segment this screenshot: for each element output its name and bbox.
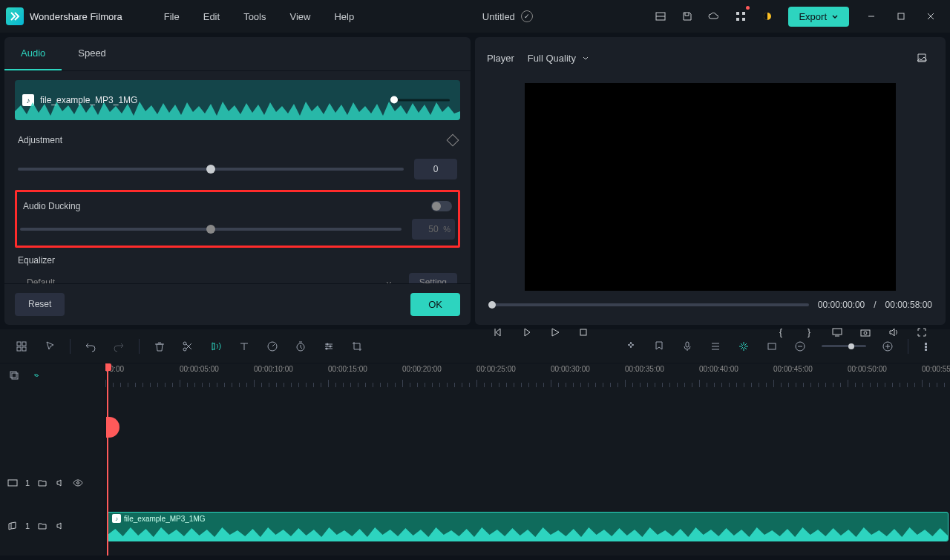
theme-icon[interactable] xyxy=(756,4,779,28)
percent-unit: % xyxy=(443,225,451,234)
svg-rect-15 xyxy=(22,342,26,346)
playhead[interactable] xyxy=(107,363,108,556)
audio-ducking-section: Audio Ducking 50 % xyxy=(15,190,460,248)
video-preview[interactable] xyxy=(525,83,896,291)
clip-waveform-icon xyxy=(108,524,948,541)
clip-name: file_example_MP3_1MG xyxy=(124,515,206,523)
pitch-slider[interactable] xyxy=(18,168,404,171)
svg-point-24 xyxy=(326,347,328,349)
audio-clip-preview[interactable]: ♪ file_example_MP3_1MG xyxy=(15,80,460,120)
close-button[interactable] xyxy=(917,4,944,28)
export-button[interactable]: Export xyxy=(788,7,849,27)
document-title-text: Untitled xyxy=(482,11,515,22)
svg-rect-14 xyxy=(17,342,21,346)
app-logo xyxy=(6,7,24,25)
audio-ducking-label: Audio Ducking xyxy=(23,201,80,211)
audio-track-row[interactable]: ♪ file_example_MP3_1MG xyxy=(105,504,950,547)
timeline-tracks[interactable]: 00:0000:00:05:0000:00:10:0000:00:15:0000… xyxy=(105,363,950,556)
delete-icon[interactable] xyxy=(148,335,171,358)
equalizer-preset-select[interactable]: Default xyxy=(18,271,402,283)
snapshot-icon[interactable] xyxy=(910,46,934,70)
audio-track-header: 1 xyxy=(0,504,105,547)
layout-icon[interactable] xyxy=(649,4,672,28)
redo-icon[interactable] xyxy=(108,335,130,358)
video-track-row[interactable] xyxy=(105,461,950,504)
marker-sparkle-icon[interactable] xyxy=(620,335,642,358)
mic-icon[interactable] xyxy=(676,335,698,358)
copy-tracks-icon[interactable] xyxy=(7,369,21,382)
audio-track-icon xyxy=(7,521,18,531)
audio-edit-icon[interactable] xyxy=(205,335,227,358)
mixer-icon[interactable] xyxy=(704,335,727,358)
text-icon[interactable] xyxy=(233,335,255,358)
frame-icon[interactable] xyxy=(761,335,783,358)
reset-button[interactable]: Reset xyxy=(15,293,65,316)
pitch-slider-row: 0 xyxy=(15,151,460,187)
render-icon[interactable] xyxy=(733,335,755,358)
svg-rect-4 xyxy=(736,18,739,21)
mute-icon[interactable] xyxy=(55,521,65,531)
preview-area xyxy=(475,79,946,295)
undo-icon[interactable] xyxy=(79,335,102,358)
quality-value: Full Quality xyxy=(528,53,576,64)
clip-volume-slider[interactable] xyxy=(390,99,450,102)
zoom-slider[interactable] xyxy=(822,345,866,347)
folder-icon[interactable] xyxy=(37,478,48,488)
grid-icon[interactable] xyxy=(10,335,33,358)
track-headers: 1 1 xyxy=(0,363,105,556)
zoom-in-icon[interactable] xyxy=(877,335,899,358)
crop-icon[interactable] xyxy=(346,335,368,358)
time-total: 00:00:58:00 xyxy=(885,300,932,310)
timer-icon[interactable] xyxy=(289,335,312,358)
scrub-bar[interactable] xyxy=(488,303,809,306)
timeline-ruler[interactable]: 00:0000:00:05:0000:00:10:0000:00:15:0000… xyxy=(105,363,950,387)
minimize-button[interactable] xyxy=(858,4,885,28)
folder-icon[interactable] xyxy=(37,521,48,531)
svg-rect-32 xyxy=(925,349,927,351)
zoom-out-icon[interactable] xyxy=(789,335,811,358)
audio-ducking-value: 50 % xyxy=(412,219,455,240)
titlebar: Wondershare Filmora File Edit Tools View… xyxy=(0,0,950,33)
keyframe-diamond-icon[interactable] xyxy=(447,134,459,147)
svg-point-22 xyxy=(327,343,329,345)
menu-file[interactable]: File xyxy=(152,11,191,22)
audio-ducking-toggle[interactable] xyxy=(431,201,452,211)
svg-rect-33 xyxy=(10,372,16,378)
adjust-icon[interactable] xyxy=(318,335,340,358)
svg-point-18 xyxy=(183,342,186,345)
apps-icon[interactable] xyxy=(729,4,753,28)
cloud-icon[interactable] xyxy=(702,4,726,28)
menu-help[interactable]: Help xyxy=(322,11,366,22)
menu-edit[interactable]: Edit xyxy=(191,11,232,22)
split-icon[interactable] xyxy=(177,335,199,358)
menu-tools[interactable]: Tools xyxy=(232,11,278,22)
ok-button[interactable]: OK xyxy=(410,293,460,316)
audio-panel: Audio Speed ♪ file_example_MP3_1MG Adjus… xyxy=(4,37,471,325)
maximize-button[interactable] xyxy=(888,4,914,28)
equalizer-setting-button[interactable]: Setting xyxy=(409,273,457,283)
tab-audio[interactable]: Audio xyxy=(4,37,62,70)
pitch-value[interactable]: 0 xyxy=(414,159,457,179)
music-note-icon: ♪ xyxy=(112,514,121,523)
svg-rect-3 xyxy=(742,12,745,15)
mute-icon[interactable] xyxy=(55,478,65,488)
audio-ducking-slider[interactable] xyxy=(20,228,402,231)
marker-icon[interactable] xyxy=(648,335,670,358)
time-sep: / xyxy=(874,300,876,310)
unsaved-indicator-icon: ✓ xyxy=(521,10,533,22)
save-icon[interactable] xyxy=(675,4,699,28)
svg-rect-2 xyxy=(736,12,739,15)
track-options-icon[interactable] xyxy=(917,335,940,358)
svg-rect-30 xyxy=(925,343,927,345)
eye-icon[interactable] xyxy=(73,478,83,488)
audio-clip[interactable]: ♪ file_example_MP3_1MG xyxy=(107,512,949,541)
menu-view[interactable]: View xyxy=(278,11,322,22)
speed-icon[interactable] xyxy=(261,335,284,358)
equalizer-label: Equalizer xyxy=(18,255,55,266)
quality-select[interactable]: Full Quality xyxy=(528,53,589,64)
cursor-icon[interactable] xyxy=(39,335,61,358)
svg-rect-31 xyxy=(925,346,927,348)
svg-rect-17 xyxy=(22,347,26,351)
link-icon[interactable] xyxy=(30,369,43,382)
tab-speed[interactable]: Speed xyxy=(62,37,122,70)
